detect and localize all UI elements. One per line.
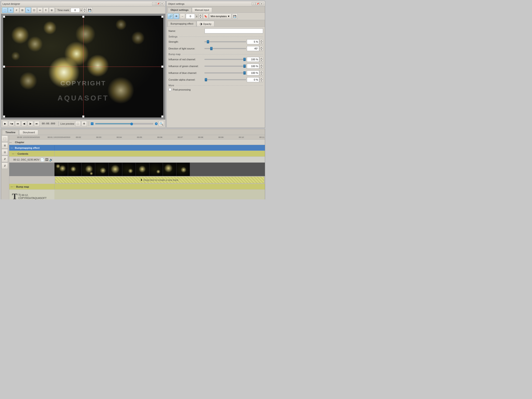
layout-designer-titlebar: Layout designer □ 📌 ✕ <box>1 1 165 6</box>
expand-btn[interactable]: ↔ <box>180 13 185 19</box>
blue-track[interactable] <box>205 72 246 73</box>
tab-object-settings[interactable]: Object settings <box>168 7 191 13</box>
bump-map-track-bar[interactable] <box>54 184 265 190</box>
slider-start[interactable]: − <box>91 122 94 125</box>
step-back-button[interactable]: ◀| <box>21 121 27 127</box>
obj-maximize-button[interactable]: □ <box>252 2 255 6</box>
transform-button[interactable]: ⊡ <box>32 7 37 13</box>
red-down[interactable]: ▼ <box>260 59 263 62</box>
track-ctrl-4[interactable]: ⇵ <box>2 156 8 162</box>
name-input[interactable] <box>205 28 263 33</box>
blue-value[interactable] <box>247 70 259 76</box>
red-thumb[interactable] <box>243 58 246 61</box>
obj-pin-button[interactable]: 📌 <box>256 2 260 6</box>
alpha-up[interactable]: ▲ <box>260 77 263 80</box>
strength-down[interactable]: ▼ <box>260 42 263 44</box>
align-button[interactable]: ≣ <box>49 7 54 13</box>
step-fwd-button[interactable]: |▶ <box>28 121 33 127</box>
maximize-button[interactable]: □ <box>152 2 156 6</box>
green-thumb[interactable] <box>243 65 246 68</box>
red-up[interactable]: ▲ <box>260 57 263 59</box>
green-value[interactable] <box>247 64 259 69</box>
track-ctrl-2[interactable]: ⊞ <box>2 142 8 149</box>
green-up[interactable]: ▲ <box>260 64 263 66</box>
tab-bumpmapping-effect[interactable]: Bumpmapping effect <box>168 21 196 26</box>
blue-up[interactable]: ▲ <box>260 70 263 73</box>
close-button[interactable]: ✕ <box>160 2 164 6</box>
file-track-bar[interactable] <box>54 157 265 162</box>
rewind-button[interactable]: ⏮ <box>15 121 20 127</box>
bezier-button[interactable]: ∿ <box>25 7 31 13</box>
direction-value[interactable] <box>247 46 259 51</box>
alpha-value[interactable] <box>247 77 259 82</box>
contents-track-bar[interactable] <box>54 151 265 157</box>
handle-top-left[interactable] <box>3 16 5 18</box>
grid-button[interactable]: # <box>14 7 19 13</box>
select-tool-button[interactable]: ⬚ <box>2 7 7 13</box>
track-ctrl-3[interactable]: ⊟ <box>2 149 8 155</box>
tab-timeline[interactable]: Timeline <box>2 130 19 135</box>
eye-btn[interactable]: 👁 <box>174 13 179 19</box>
mini-templates-dropdown[interactable]: Mini-templates ▼ <box>209 13 231 19</box>
play-button[interactable]: ▶ <box>2 121 8 127</box>
slider-end[interactable]: + <box>155 122 158 125</box>
green-track[interactable] <box>205 66 246 67</box>
time-mark-up-button[interactable]: ▲ <box>83 8 87 10</box>
drag-drop-1[interactable]: ⬇ Drag here to create a new track. <box>55 177 264 183</box>
time-mark-down-button[interactable]: ▼ <box>83 10 87 13</box>
alpha-track[interactable] <box>205 79 246 80</box>
chapter-collapse-icon[interactable]: — <box>9 141 12 144</box>
save-template-btn[interactable]: 💾 <box>232 13 238 19</box>
bump-map-collapse[interactable]: — <box>11 185 13 188</box>
time-mark-input[interactable] <box>71 8 80 13</box>
direction-track[interactable] <box>205 48 246 49</box>
green-down[interactable]: ▼ <box>260 66 263 69</box>
tab-storyboard[interactable]: Storyboard <box>19 130 38 135</box>
zoom-button[interactable]: 🔍 <box>158 121 164 127</box>
red-track[interactable] <box>205 59 246 60</box>
post-processing-checkbox[interactable] <box>168 88 171 91</box>
live-preview-toggle[interactable]: ⬚ <box>75 121 81 127</box>
handle-bottom-left[interactable] <box>3 115 5 117</box>
snap-button[interactable]: ⊞ <box>20 7 25 13</box>
direction-up[interactable]: ▲ <box>260 46 263 49</box>
time-down-btn[interactable]: ▼ <box>199 16 202 19</box>
handle-bottom-right[interactable] <box>161 115 163 117</box>
loop-button[interactable]: ↻▶ <box>9 121 14 127</box>
strength-up[interactable]: ▲ <box>260 39 263 42</box>
strength-thumb[interactable] <box>207 40 209 43</box>
move-tool-button[interactable]: ≡ <box>8 7 13 13</box>
tab-opacity[interactable]: ◑ Opacity <box>197 21 214 26</box>
direction-down[interactable]: ▼ <box>260 49 263 51</box>
progress-thumb[interactable] <box>130 123 133 125</box>
fast-fwd-button[interactable]: ⏭ <box>34 121 39 127</box>
settings-button[interactable]: ⚙ <box>82 121 87 127</box>
pin-button[interactable]: 📌 <box>156 2 160 6</box>
direction-thumb[interactable] <box>210 47 212 50</box>
text-track-bar[interactable] <box>54 190 265 199</box>
track-ctrl-1[interactable]: ⬚ <box>2 135 8 142</box>
time-value-input[interactable]: 0 <box>186 14 195 19</box>
handle-top-right[interactable] <box>161 16 163 18</box>
alpha-thumb[interactable] <box>205 78 207 81</box>
bookmark-btn[interactable]: 🔖 <box>203 13 209 19</box>
bumpmapping-collapse[interactable]: — <box>11 146 13 149</box>
drag-zone-1[interactable]: ⬇ Drag here to create a new track. <box>54 177 265 183</box>
link-btn[interactable]: 🔗 <box>168 13 173 19</box>
strength-value[interactable] <box>247 39 259 44</box>
strength-track[interactable] <box>205 41 246 42</box>
flip-v-button[interactable]: ⇕ <box>43 7 49 13</box>
red-value[interactable] <box>247 57 259 62</box>
save-button[interactable]: 💾 <box>87 7 92 13</box>
alpha-down[interactable]: ▼ <box>260 80 263 82</box>
blue-down[interactable]: ▼ <box>260 73 263 76</box>
progress-slider[interactable] <box>95 123 153 124</box>
tab-manual-input[interactable]: Manual input <box>192 7 212 13</box>
bumpmapping-track-bar[interactable] <box>54 145 265 151</box>
track-ctrl-5[interactable]: ⇵ <box>2 163 8 169</box>
blue-thumb[interactable] <box>243 71 246 75</box>
time-up-btn[interactable]: ▲ <box>199 14 202 16</box>
contents-collapse[interactable]: — <box>12 152 14 155</box>
flip-h-button[interactable]: ⇔ <box>37 7 43 13</box>
obj-close-button[interactable]: ✕ <box>260 2 264 6</box>
